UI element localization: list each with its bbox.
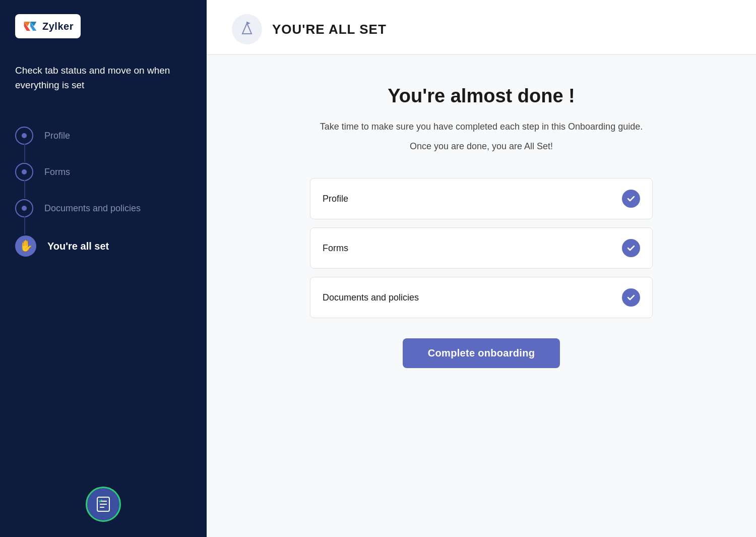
logo-text: Zylker	[42, 21, 74, 32]
sidebar-bottom	[86, 487, 121, 522]
hand-icon: ✋	[19, 240, 33, 253]
subtitle-line1: Take time to make sure you have complete…	[320, 119, 643, 135]
nav-label-profile: Profile	[44, 131, 70, 141]
checkmark-profile	[626, 194, 636, 204]
nav-dot-documents	[15, 199, 33, 217]
checklist-label-profile: Profile	[323, 194, 348, 204]
nav-dot-allset: ✋	[15, 235, 36, 257]
nav-label-forms: Forms	[44, 167, 70, 177]
page-title: YOU'RE ALL SET	[272, 22, 387, 37]
sidebar-subtitle: Check tab status and move on when everyt…	[0, 53, 207, 112]
checklist-item-documents[interactable]: Documents and policies	[310, 277, 653, 318]
nav-dot-profile	[15, 127, 33, 145]
header-icon-circle	[232, 14, 262, 44]
nav-item-forms[interactable]: Forms	[15, 154, 192, 190]
checklist-item-profile[interactable]: Profile	[310, 178, 653, 219]
check-circle-profile	[622, 190, 640, 208]
nav-label-documents: Documents and policies	[44, 203, 141, 214]
checklist-item-forms[interactable]: Forms	[310, 227, 653, 269]
nav-item-profile[interactable]: Profile	[15, 117, 192, 154]
nav-label-allset: You're all set	[47, 241, 109, 252]
header-mountain-icon	[238, 21, 256, 38]
sidebar-nav: Profile Forms Documents and policies ✋ Y…	[0, 112, 207, 271]
almost-done-heading: You're almost done !	[388, 85, 575, 107]
zylker-logo-icon	[22, 18, 38, 34]
checklist-container: Profile Forms Documents and polici	[310, 178, 653, 318]
checklist-label-documents: Documents and policies	[323, 292, 419, 303]
bottom-icon-circle	[86, 487, 121, 522]
nav-item-documents[interactable]: Documents and policies	[15, 190, 192, 226]
sidebar: Zylker Check tab status and move on when…	[0, 0, 207, 537]
checkmark-forms	[626, 243, 636, 253]
page-body: You're almost done ! Take time to make s…	[207, 55, 756, 398]
nav-dot-inner-documents	[22, 206, 27, 211]
page-header: YOU'RE ALL SET	[207, 0, 756, 55]
logo-box: Zylker	[15, 14, 81, 38]
nav-dot-inner-profile	[22, 133, 27, 138]
check-circle-forms	[622, 239, 640, 257]
subtitle-line2: Once you are done, you are All Set!	[410, 139, 553, 154]
check-circle-documents	[622, 288, 640, 307]
complete-onboarding-button[interactable]: Complete onboarding	[403, 338, 560, 368]
svg-marker-10	[247, 22, 250, 25]
logo-area: Zylker	[0, 0, 207, 53]
nav-dot-forms	[15, 163, 33, 181]
svg-marker-8	[242, 23, 251, 34]
checklist-label-forms: Forms	[323, 243, 348, 254]
main-content: YOU'RE ALL SET You're almost done ! Take…	[207, 0, 756, 537]
checklist-icon	[94, 495, 112, 513]
nav-dot-inner-forms	[22, 169, 27, 174]
checkmark-documents	[626, 292, 636, 303]
nav-item-allset[interactable]: ✋ You're all set	[15, 226, 192, 266]
